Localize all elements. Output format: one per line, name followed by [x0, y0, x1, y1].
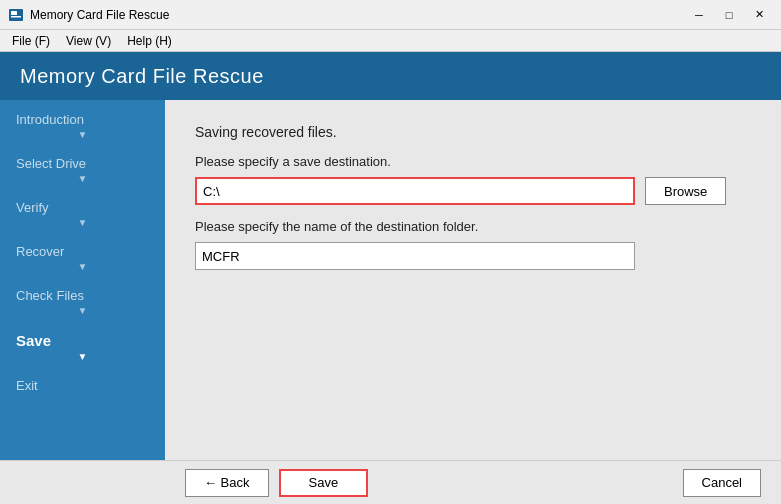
window-title: Memory Card File Rescue [30, 8, 169, 22]
sidebar-arrow-recover: ▼ [16, 261, 149, 272]
minimize-button[interactable]: ─ [685, 5, 713, 25]
sidebar-item-label-check-files: Check Files [16, 288, 84, 303]
content-heading: Saving recovered files. [195, 124, 751, 140]
sidebar-item-save[interactable]: Save ▼ [0, 320, 165, 366]
save-destination-input[interactable] [195, 177, 635, 205]
window-controls: ─ □ ✕ [685, 5, 773, 25]
save-dest-row: Browse [195, 177, 751, 205]
header-title: Memory Card File Rescue [20, 65, 264, 88]
menu-view[interactable]: View (V) [58, 32, 119, 50]
sidebar-item-verify[interactable]: Verify ▼ [0, 188, 165, 232]
sidebar-arrow-verify: ▼ [16, 217, 149, 228]
sidebar-item-label-verify: Verify [16, 200, 49, 215]
sidebar-item-label-recover: Recover [16, 244, 64, 259]
save-destination-section: Please specify a save destination. Brows… [195, 154, 751, 205]
header-bar: Memory Card File Rescue [0, 52, 781, 100]
sidebar-item-check-files[interactable]: Check Files ▼ [0, 276, 165, 320]
menu-file[interactable]: File (F) [4, 32, 58, 50]
save-dest-label: Please specify a save destination. [195, 154, 751, 169]
cancel-button[interactable]: Cancel [683, 469, 761, 497]
back-button[interactable]: ← Back [185, 469, 269, 497]
save-button[interactable]: Save [279, 469, 369, 497]
maximize-button[interactable]: □ [715, 5, 743, 25]
sidebar-item-recover[interactable]: Recover ▼ [0, 232, 165, 276]
sidebar-arrow-introduction: ▼ [16, 129, 149, 140]
close-button[interactable]: ✕ [745, 5, 773, 25]
sidebar-item-introduction[interactable]: Introduction ▼ [0, 100, 165, 144]
menu-help[interactable]: Help (H) [119, 32, 180, 50]
sidebar: Introduction ▼ Select Drive ▼ Verify ▼ R… [0, 100, 165, 460]
folder-name-row [195, 242, 751, 270]
sidebar-arrow-save: ▼ [16, 351, 149, 362]
browse-button[interactable]: Browse [645, 177, 726, 205]
bottom-bar: ← Back Save Cancel [0, 460, 781, 504]
sidebar-item-select-drive[interactable]: Select Drive ▼ [0, 144, 165, 188]
folder-name-section: Please specify the name of the destinati… [195, 219, 751, 270]
sidebar-item-label-exit: Exit [16, 378, 38, 393]
svg-rect-2 [11, 16, 21, 18]
bottom-left-buttons: ← Back Save [185, 469, 368, 497]
sidebar-item-label-select-drive: Select Drive [16, 156, 86, 171]
folder-name-label: Please specify the name of the destinati… [195, 219, 751, 234]
svg-rect-1 [11, 11, 17, 15]
content-area: Saving recovered files. Please specify a… [165, 100, 781, 460]
menu-bar: File (F) View (V) Help (H) [0, 30, 781, 52]
app-icon [8, 7, 24, 23]
folder-name-input[interactable] [195, 242, 635, 270]
sidebar-item-exit[interactable]: Exit [0, 366, 165, 397]
sidebar-item-label-save: Save [16, 332, 51, 349]
main-layout: Introduction ▼ Select Drive ▼ Verify ▼ R… [0, 100, 781, 460]
sidebar-arrow-check-files: ▼ [16, 305, 149, 316]
title-bar: Memory Card File Rescue ─ □ ✕ [0, 0, 781, 30]
sidebar-item-label-introduction: Introduction [16, 112, 84, 127]
sidebar-arrow-select-drive: ▼ [16, 173, 149, 184]
